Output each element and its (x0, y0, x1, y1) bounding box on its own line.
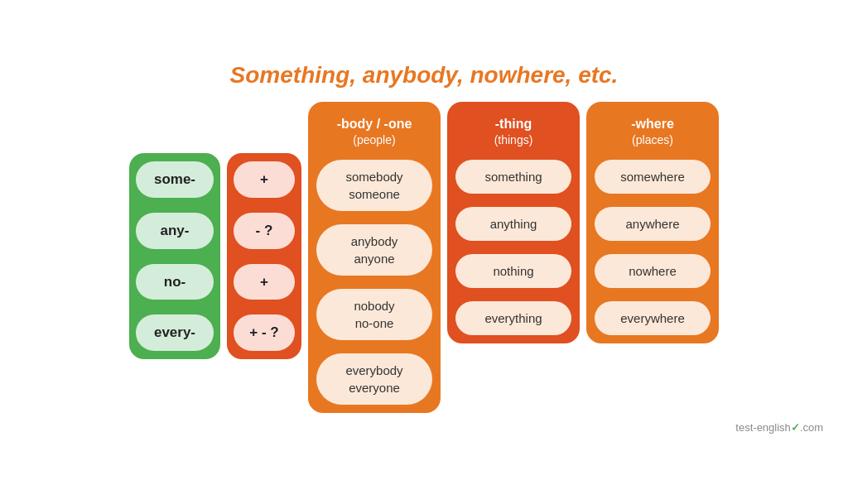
body-anybody: anybody anyone (316, 224, 432, 276)
table-area: some- any- no- every- + - ? + + - ? -bod… (17, 102, 831, 413)
body-header: -body / -one (people) (316, 110, 432, 153)
body-everybody: everybody everyone (316, 353, 432, 405)
prefix-some: some- (136, 161, 214, 198)
thing-column: -thing (things) something anything nothi… (447, 102, 580, 343)
body-column: -body / -one (people) somebody someone a… (308, 102, 441, 413)
thing-something: something (455, 160, 571, 194)
sign-all: + - ? (234, 314, 295, 351)
where-column: -where (places) somewhere anywhere nowhe… (586, 102, 719, 343)
sign-plus: + (234, 161, 295, 198)
thing-pills: something anything nothing everything (455, 160, 571, 335)
where-everywhere: everywhere (595, 301, 711, 335)
footer-text: test-english (735, 421, 790, 434)
sign-column: + - ? + + - ? (227, 153, 301, 359)
where-anywhere: anywhere (595, 207, 711, 241)
body-nobody: nobody no-one (316, 289, 432, 340)
prefix-every: every- (136, 314, 214, 351)
body-somebody: somebody someone (316, 160, 432, 211)
page-title: Something, anybody, nowhere, etc. (17, 62, 831, 89)
prefix-any: any- (136, 213, 214, 249)
footer-domain: .com (800, 421, 823, 434)
sign-plus2: + (234, 264, 295, 300)
where-nowhere: nowhere (595, 254, 711, 288)
sign-minus-q: - ? (234, 213, 295, 249)
where-header: -where (places) (595, 110, 711, 153)
where-pills: somewhere anywhere nowhere everywhere (595, 160, 711, 335)
main-container: Something, anybody, nowhere, etc. some- … (0, 54, 848, 450)
where-somewhere: somewhere (595, 160, 711, 194)
footer: test-english✓.com (17, 421, 831, 434)
prefix-no: no- (136, 264, 214, 300)
thing-everything: everything (455, 301, 571, 335)
thing-anything: anything (455, 207, 571, 241)
body-pills: somebody someone anybody anyone nobody n… (316, 160, 432, 405)
thing-header: -thing (things) (455, 110, 571, 153)
thing-nothing: nothing (455, 254, 571, 288)
prefix-column: some- any- no- every- (129, 153, 220, 359)
